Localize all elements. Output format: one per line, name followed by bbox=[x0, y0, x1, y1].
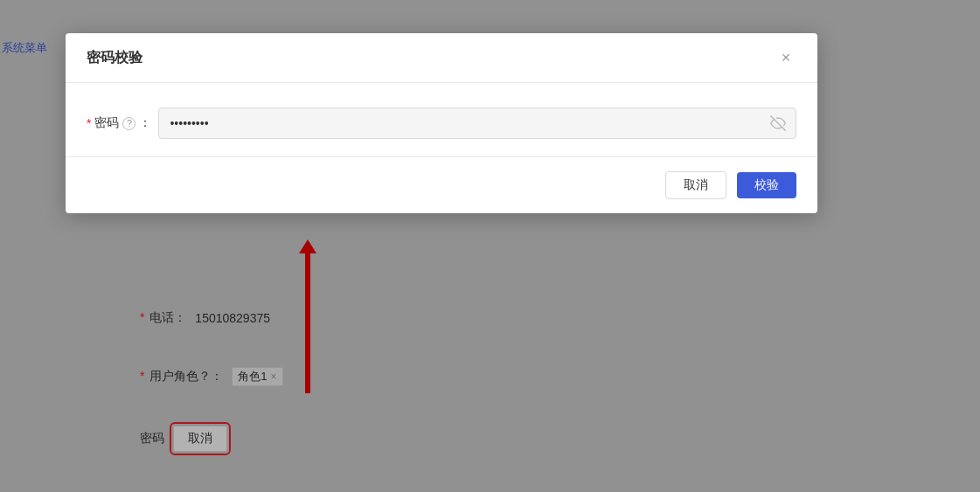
password-input-wrapper bbox=[158, 107, 796, 139]
label-colon: ： bbox=[139, 115, 151, 131]
modal-dialog: 密码校验 × * 密码 ? ： 取消 bbox=[66, 33, 817, 213]
help-icon[interactable]: ? bbox=[122, 117, 136, 130]
modal-close-button[interactable]: × bbox=[775, 47, 796, 68]
eye-icon[interactable] bbox=[770, 115, 786, 131]
modal-title: 密码校验 bbox=[87, 49, 142, 67]
modal-header: 密码校验 × bbox=[66, 33, 817, 83]
modal-body: * 密码 ? ： bbox=[66, 83, 817, 156]
password-label-text: 密码 bbox=[94, 115, 119, 131]
password-label: * 密码 ? ： bbox=[87, 115, 151, 131]
cancel-button[interactable]: 取消 bbox=[665, 171, 726, 199]
password-input[interactable] bbox=[158, 107, 796, 139]
modal-footer: 取消 校验 bbox=[66, 156, 817, 213]
verify-button[interactable]: 校验 bbox=[737, 172, 796, 198]
required-asterisk: * bbox=[87, 116, 91, 130]
password-form-row: * 密码 ? ： bbox=[87, 107, 796, 139]
